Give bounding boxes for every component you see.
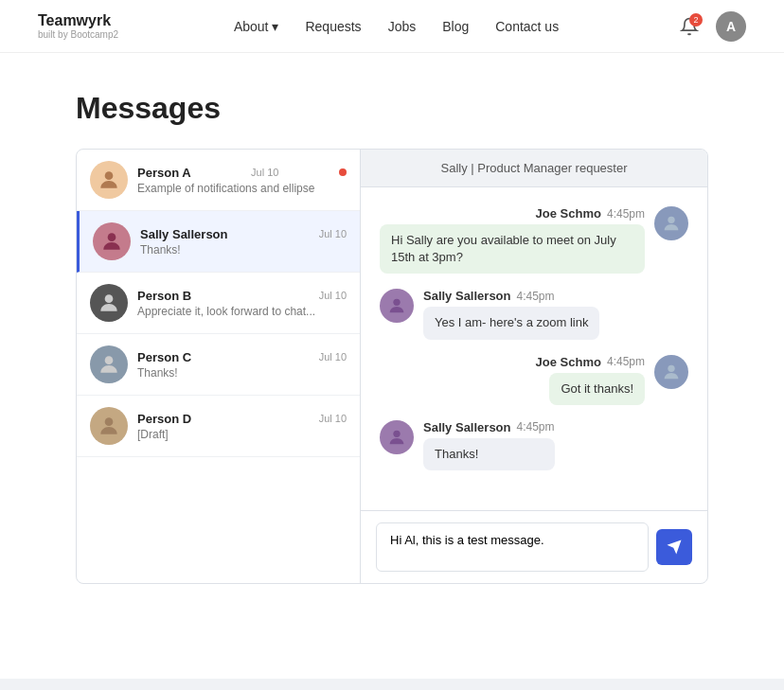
footer: in team@teamwyrk.org © 2023 TeamWyrk. Al… xyxy=(0,679,784,690)
conv-info-person-c: Person C Jul 10 Thanks! xyxy=(137,350,347,380)
conv-item-sally[interactable]: Sally Sallerson Jul 10 Thanks! xyxy=(77,211,360,273)
conv-info-sally: Sally Sallerson Jul 10 Thanks! xyxy=(140,227,347,257)
message-2: Sally Sallerson 4:45pm Yes I am- here's … xyxy=(380,289,688,339)
conv-avatar-person-a xyxy=(90,161,128,199)
notification-bell[interactable]: 2 xyxy=(674,11,704,42)
msg-content-1: Joe Schmo 4:45pm Hi Sally are you availa… xyxy=(380,206,645,274)
user-avatar[interactable]: A xyxy=(716,11,746,42)
nav-contact[interactable]: Contact us xyxy=(495,19,559,34)
brand-title: Teamwyrk xyxy=(38,12,118,29)
chat-input-area xyxy=(361,510,707,583)
conv-item-person-d[interactable]: Person D Jul 10 [Draft] xyxy=(77,396,360,457)
msg-avatar-sally-2 xyxy=(380,420,414,454)
msg-content-4: Sally Sallerson 4:45pm Thanks! xyxy=(423,420,555,470)
svg-point-4 xyxy=(105,417,114,426)
message-3: Joe Schmo 4:45pm Got it thanks! xyxy=(380,355,688,405)
svg-point-2 xyxy=(105,294,114,303)
send-button[interactable] xyxy=(656,529,692,565)
svg-point-3 xyxy=(105,356,114,364)
nav-jobs[interactable]: Jobs xyxy=(388,19,417,34)
nav-right: 2 A xyxy=(674,11,746,42)
msg-content-3: Joe Schmo 4:45pm Got it thanks! xyxy=(536,355,645,405)
messages-container: Person A Jul 10 Example of notifications… xyxy=(76,149,708,584)
conversations-list: Person A Jul 10 Example of notifications… xyxy=(77,150,361,583)
nav-blog[interactable]: Blog xyxy=(442,19,469,34)
nav-about[interactable]: About ▾ xyxy=(234,19,279,34)
svg-point-1 xyxy=(108,233,116,241)
chat-header: Sally | Product Manager requester xyxy=(361,150,707,187)
chat-panel: Sally | Product Manager requester Joe Sc… xyxy=(361,150,707,583)
message-input[interactable] xyxy=(376,522,649,572)
brand-subtitle: built by Bootcamp2 xyxy=(38,29,118,40)
conv-item-person-a[interactable]: Person A Jul 10 Example of notifications… xyxy=(77,150,360,211)
svg-point-6 xyxy=(393,299,400,306)
svg-point-8 xyxy=(393,430,400,436)
conv-avatar-person-b xyxy=(90,284,128,322)
conv-info-person-d: Person D Jul 10 [Draft] xyxy=(137,412,347,441)
msg-avatar-joe-1 xyxy=(654,206,688,240)
page-title: Messages xyxy=(76,91,708,126)
chevron-down-icon: ▾ xyxy=(272,19,278,34)
conv-avatar-person-d xyxy=(90,407,128,445)
msg-avatar-joe-2 xyxy=(654,355,688,389)
brand-logo[interactable]: Teamwyrk built by Bootcamp2 xyxy=(38,12,118,40)
svg-point-0 xyxy=(105,171,114,180)
svg-point-7 xyxy=(668,364,674,371)
conv-avatar-sally xyxy=(93,222,131,260)
chat-body: Joe Schmo 4:45pm Hi Sally are you availa… xyxy=(361,187,707,510)
msg-avatar-sally-1 xyxy=(380,289,414,323)
unread-indicator xyxy=(339,168,347,176)
conv-info-person-a: Person A Jul 10 Example of notifications… xyxy=(137,166,347,195)
main-content: Messages Person A Jul 10 Example of noti… xyxy=(0,53,784,622)
message-4: Sally Sallerson 4:45pm Thanks! xyxy=(380,420,688,470)
conv-item-person-b[interactable]: Person B Jul 10 Appreciate it, look forw… xyxy=(77,273,360,334)
notification-count: 2 xyxy=(689,13,703,27)
navbar: Teamwyrk built by Bootcamp2 About ▾ Requ… xyxy=(0,0,784,53)
conv-info-person-b: Person B Jul 10 Appreciate it, look forw… xyxy=(137,289,347,318)
svg-point-5 xyxy=(668,217,674,223)
nav-links: About ▾ Requests Jobs Blog Contact us xyxy=(234,19,559,34)
message-1: Joe Schmo 4:45pm Hi Sally are you availa… xyxy=(380,206,688,274)
msg-content-2: Sally Sallerson 4:45pm Yes I am- here's … xyxy=(423,289,599,339)
conv-avatar-person-c xyxy=(90,345,128,383)
nav-requests[interactable]: Requests xyxy=(305,19,361,34)
footer-social: in xyxy=(0,679,784,690)
conv-item-person-c[interactable]: Person C Jul 10 Thanks! xyxy=(77,334,360,396)
